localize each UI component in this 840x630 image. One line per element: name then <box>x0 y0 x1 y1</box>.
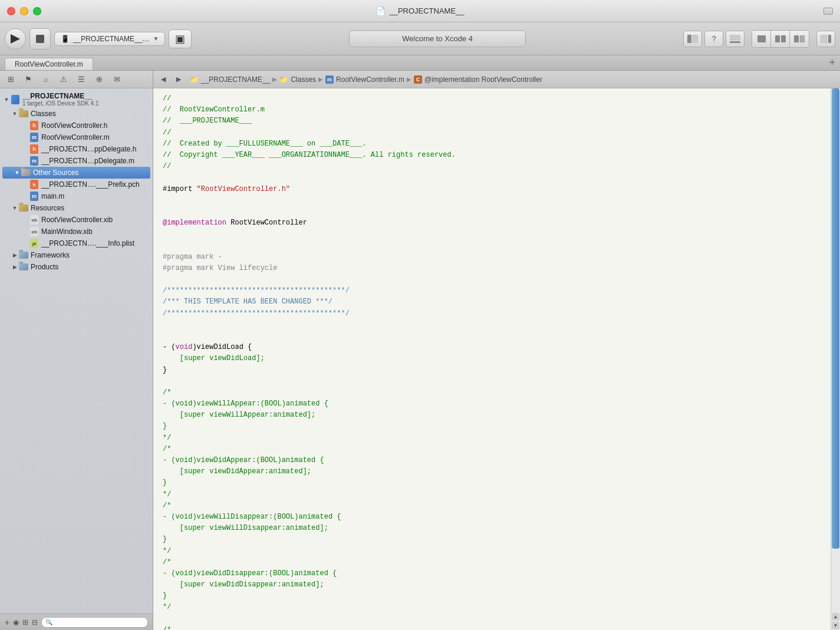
version-editor-button[interactable] <box>790 31 809 47</box>
breadcrumb-sep-1: ▶ <box>272 76 277 83</box>
products-icon <box>19 262 28 272</box>
maximize-button[interactable] <box>33 7 41 15</box>
file-tree: __PROJECTNAME__ 1 target, iOS Device SDK… <box>0 88 153 613</box>
play-button[interactable] <box>5 28 26 50</box>
breadcrumb-file[interactable]: m RootViewController.m <box>325 75 404 84</box>
resources-label: Resources <box>31 204 64 212</box>
svg-rect-5 <box>775 35 780 42</box>
single-editor-button[interactable] <box>752 31 771 47</box>
code-editor-wrapper: // // RootViewController.m // ___PROJECT… <box>153 88 840 630</box>
forward-arrow[interactable]: ▶ <box>172 73 185 86</box>
nav-icon-vcs[interactable]: ⚑ <box>20 72 37 87</box>
resources-folder-icon <box>19 203 28 213</box>
code-line-1: // <box>163 93 821 104</box>
sidebar-bottom: + ◉ ⊞ ⊟ 🔍 <box>0 613 153 630</box>
products-label: Products <box>31 263 58 271</box>
tree-rootviewcontroller-m[interactable]: m RootViewController.m <box>0 131 153 143</box>
breadcrumb-sep-3: ▶ <box>407 76 411 83</box>
tree-main-m[interactable]: m main.m <box>0 190 153 202</box>
code-line-27: /* <box>163 387 821 398</box>
tree-rootviewcontroller-xib[interactable]: xib RootViewController.xib <box>0 214 153 226</box>
tab-rootviewcontroller[interactable]: RootViewController.m <box>5 58 93 70</box>
file-icon: 📄 <box>375 6 386 16</box>
main-area: ⊞ ⚑ ⌕ ⚠ ☰ ⊕ ✉ __PROJECTNAME__ 1 target, … <box>0 71 840 630</box>
debug-toggle[interactable] <box>726 31 745 47</box>
tree-appdelegate-h[interactable]: h __PROJECTN…ppDelegate.h <box>0 143 153 155</box>
close-button[interactable] <box>7 7 15 15</box>
navigator-toggle[interactable] <box>683 31 702 47</box>
add-tab-button[interactable]: + <box>829 57 835 68</box>
add-file-button[interactable]: + <box>5 618 9 627</box>
nav-icon-debug[interactable]: ⊕ <box>91 72 107 87</box>
scrollbar-track[interactable]: ▲ ▼ <box>831 88 840 630</box>
m-file-icon: m <box>29 133 39 142</box>
classes-group: Classes h RootViewController.h m Roo <box>0 108 153 167</box>
tree-mainwindow-xib[interactable]: xib MainWindow.xib <box>0 226 153 238</box>
code-line-6: // Copyright ___YEAR___ ___ORGANIZATIONN… <box>163 150 821 161</box>
code-line-32: /* <box>163 444 821 455</box>
nav-icon-test[interactable]: ☰ <box>73 72 90 87</box>
resources-folder[interactable]: Resources <box>0 202 153 214</box>
hierarchy-icon[interactable]: ⊟ <box>32 618 38 626</box>
breadcrumb-project[interactable]: 📁 __PROJECTNAME__ <box>190 75 270 84</box>
products-disclosure[interactable] <box>11 263 19 271</box>
window-controls[interactable] <box>7 7 41 15</box>
resources-disclosure[interactable] <box>11 204 19 212</box>
classes-disclosure[interactable] <box>11 110 19 118</box>
code-editor[interactable]: // // RootViewController.m // ___PROJECT… <box>153 88 831 630</box>
h-file-icon: h <box>29 121 39 130</box>
other-sources-disclosure[interactable] <box>13 169 21 177</box>
frameworks-disclosure[interactable] <box>11 251 19 259</box>
back-arrow[interactable]: ◀ <box>157 73 170 86</box>
breadcrumb-file-label: RootViewController.m <box>336 75 404 84</box>
svg-rect-0 <box>687 35 691 43</box>
navigator-icon <box>687 35 698 43</box>
destination-icon: ▣ <box>175 32 185 45</box>
scrollbar-thumb[interactable] <box>832 88 839 549</box>
utility-toggle[interactable] <box>816 31 835 47</box>
tree-prefix-pch[interactable]: h __PROJECTN….___Prefix.pch <box>0 179 153 190</box>
code-line-15: #pragma mark - <box>163 252 821 263</box>
sidebar-search[interactable]: 🔍 <box>41 617 148 628</box>
nav-bar: ◀ ▶ 📁 __PROJECTNAME__ ▶ 📁 Classes ▶ m Ro… <box>153 71 840 88</box>
stop-button[interactable] <box>29 28 51 50</box>
code-line-40: } <box>163 534 821 545</box>
resources-group: Resources xib RootViewController.xib xib <box>0 202 153 249</box>
nav-icon-warnings[interactable]: ⚠ <box>55 72 72 87</box>
nav-icon-search[interactable]: ⌕ <box>38 72 54 87</box>
mainwindow-xib-label: MainWindow.xib <box>41 227 93 236</box>
minimize-button[interactable] <box>20 7 28 15</box>
scheme-selector[interactable]: 📱 __PROJECTNAME__… ▼ <box>54 32 165 46</box>
project-root[interactable]: __PROJECTNAME__ 1 target, iOS Device SDK… <box>0 91 153 108</box>
sort-icon[interactable]: ⊞ <box>22 618 28 626</box>
scheme-name: __PROJECTNAME__… <box>73 35 149 43</box>
nav-icon-breakpoints[interactable]: ✉ <box>108 72 125 87</box>
resize-control[interactable] <box>823 8 833 15</box>
frameworks-folder[interactable]: Frameworks <box>0 249 153 261</box>
code-line-10 <box>163 195 821 206</box>
svg-rect-9 <box>821 35 827 43</box>
filter-icon[interactable]: ◉ <box>13 618 19 626</box>
destination-button[interactable]: ▣ <box>169 29 192 48</box>
appdelegate-m-label: __PROJECTN…pDelegate.m <box>41 157 134 165</box>
rootviewcontroller-m-label: RootViewController.m <box>41 133 110 141</box>
other-sources-folder[interactable]: Other Sources <box>2 167 150 179</box>
tree-info-plist[interactable]: pl __PROJECTN….___Info.plist <box>0 238 153 249</box>
code-line-46: */ <box>163 602 821 613</box>
help-toggle[interactable]: ? <box>704 31 723 47</box>
breadcrumb-file-icon: m <box>325 75 334 84</box>
tree-appdelegate-m[interactable]: m __PROJECTN…pDelegate.m <box>0 155 153 167</box>
classes-folder[interactable]: Classes <box>0 108 153 120</box>
breadcrumb-classes[interactable]: 📁 Classes <box>279 75 316 84</box>
welcome-display: Welcome to Xcode 4 <box>349 30 526 47</box>
tree-rootviewcontroller-h[interactable]: h RootViewController.h <box>0 120 153 131</box>
products-folder[interactable]: Products <box>0 261 153 273</box>
svg-rect-2 <box>730 35 740 40</box>
nav-icon-grid[interactable]: ⊞ <box>2 72 19 87</box>
code-line-29: [super viewWillAppear:animated]; <box>163 410 821 421</box>
scroll-down-arrow[interactable]: ▼ <box>832 622 839 629</box>
breadcrumb-impl[interactable]: C @implementation RootViewController <box>414 75 542 84</box>
project-disclosure[interactable] <box>2 95 11 104</box>
scroll-up-arrow[interactable]: ▲ <box>832 613 839 621</box>
assistant-editor-button[interactable] <box>771 31 790 47</box>
